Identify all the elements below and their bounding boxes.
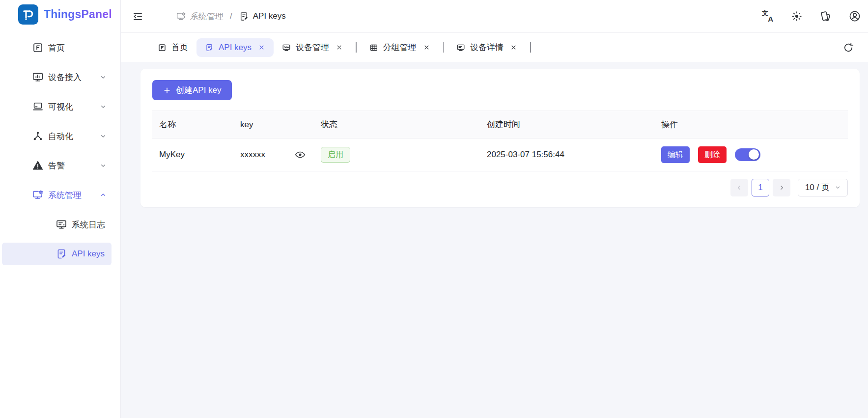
chevron-down-icon bbox=[99, 73, 107, 81]
table-header-row: 名称 key 状态 创建时间 操作 bbox=[152, 111, 848, 139]
sidebar: ThingsPanel 首页 设备接入 bbox=[0, 0, 121, 418]
reveal-key-button[interactable] bbox=[294, 149, 306, 161]
tab-label: 分组管理 bbox=[383, 42, 417, 53]
tab-api-keys[interactable]: API keys bbox=[196, 38, 274, 57]
plus-icon bbox=[163, 86, 171, 95]
column-header-status: 状态 bbox=[314, 111, 480, 139]
page-number-button[interactable]: 1 bbox=[752, 179, 769, 196]
grid-icon bbox=[369, 43, 378, 52]
tab-home[interactable]: 首页 bbox=[149, 38, 196, 57]
sidebar-item-alarm[interactable]: 告警 bbox=[2, 154, 112, 177]
sidebar-item-label: 设备接入 bbox=[48, 72, 82, 83]
chevron-down-icon bbox=[99, 162, 107, 169]
refresh-icon bbox=[842, 42, 854, 54]
create-api-key-button[interactable]: 创建API key bbox=[152, 80, 232, 100]
tab-label: API keys bbox=[219, 43, 252, 53]
language-button[interactable]: 文A bbox=[761, 10, 774, 23]
column-header-created-at: 创建时间 bbox=[480, 111, 654, 139]
collapse-sidebar-button[interactable] bbox=[127, 5, 148, 27]
api-keys-icon bbox=[56, 248, 67, 260]
api-keys-icon bbox=[239, 11, 249, 22]
sun-icon bbox=[791, 10, 803, 22]
page-size-select[interactable]: 10 / 页 bbox=[798, 179, 848, 196]
page-size-value: 10 / 页 bbox=[805, 182, 830, 193]
system-management-icon bbox=[176, 11, 186, 22]
cell-key: xxxxxx bbox=[233, 139, 314, 171]
topbar-actions: 文A bbox=[761, 10, 861, 23]
tab-divider bbox=[530, 42, 531, 53]
avatar-icon bbox=[848, 10, 861, 23]
previous-page-button[interactable] bbox=[730, 179, 748, 196]
tab-group-management[interactable]: 分组管理 bbox=[361, 38, 439, 57]
translate-icon: 文A bbox=[762, 10, 774, 22]
breadcrumb-item-system-management[interactable]: 系统管理 bbox=[176, 11, 224, 22]
menu-fold-icon bbox=[132, 11, 143, 22]
tabbar: 首页 API keys 设备管理 bbox=[121, 33, 868, 62]
content-area: 创建API key 名称 key 状态 创建时间 操作 bbox=[121, 62, 868, 418]
device-wave-icon bbox=[282, 43, 291, 52]
pagination: 1 10 / 页 bbox=[152, 179, 848, 196]
sidebar-item-label: 首页 bbox=[48, 42, 65, 54]
delete-button[interactable]: 删除 bbox=[698, 146, 727, 163]
theme-mode-button[interactable] bbox=[790, 10, 803, 23]
sidebar-item-label: 系统日志 bbox=[72, 219, 105, 230]
close-icon[interactable] bbox=[258, 44, 265, 51]
sidebar-item-api-keys[interactable]: API keys bbox=[2, 243, 112, 265]
close-icon[interactable] bbox=[423, 44, 430, 51]
column-header-name: 名称 bbox=[152, 111, 233, 139]
create-api-key-label: 创建API key bbox=[176, 84, 222, 96]
sidebar-item-label: 告警 bbox=[48, 160, 65, 171]
edit-button[interactable]: 编辑 bbox=[661, 146, 690, 163]
cell-name: MyKey bbox=[152, 139, 233, 171]
column-header-key: key bbox=[233, 111, 314, 139]
system-log-icon bbox=[56, 219, 67, 230]
status-badge: 启用 bbox=[321, 147, 350, 163]
chevron-down-icon bbox=[99, 103, 107, 111]
chevron-right-icon bbox=[778, 184, 785, 192]
user-menu-button[interactable] bbox=[848, 10, 861, 23]
close-icon[interactable] bbox=[510, 44, 517, 51]
sidebar-item-visualization[interactable]: 可视化 bbox=[2, 95, 112, 118]
tab-label: 首页 bbox=[171, 42, 188, 53]
palette-icon bbox=[820, 10, 832, 22]
table-row: MyKey xxxxxx bbox=[152, 139, 848, 171]
logo[interactable]: ThingsPanel bbox=[0, 0, 120, 28]
topbar: 系统管理 / API keys 文A bbox=[121, 0, 868, 33]
monitor-icon bbox=[456, 43, 465, 52]
breadcrumb-label: API keys bbox=[253, 11, 286, 21]
next-page-button[interactable] bbox=[773, 179, 790, 196]
cell-status: 启用 bbox=[314, 139, 480, 171]
sidebar-item-automation[interactable]: 自动化 bbox=[2, 125, 112, 147]
sidebar-item-home[interactable]: 首页 bbox=[2, 36, 112, 59]
enable-toggle[interactable] bbox=[735, 148, 760, 161]
tab-device-management[interactable]: 设备管理 bbox=[274, 38, 351, 57]
tab-label: 设备详情 bbox=[470, 42, 504, 53]
tab-divider bbox=[356, 42, 357, 53]
automation-icon bbox=[32, 130, 44, 142]
app-root: ThingsPanel 首页 设备接入 bbox=[0, 0, 868, 418]
sidebar-item-device-access[interactable]: 设备接入 bbox=[2, 66, 112, 88]
api-keys-card: 创建API key 名称 key 状态 创建时间 操作 bbox=[140, 69, 860, 207]
cell-created-at: 2025-03-07 15:56:44 bbox=[480, 139, 654, 171]
toggle-knob bbox=[749, 149, 759, 160]
logo-text: ThingsPanel bbox=[44, 8, 112, 21]
theme-color-button[interactable] bbox=[819, 10, 832, 23]
close-icon[interactable] bbox=[336, 44, 343, 51]
system-management-submenu: 系统日志 API keys bbox=[0, 213, 120, 265]
tab-device-detail[interactable]: 设备详情 bbox=[448, 38, 526, 57]
cell-actions: 编辑 删除 bbox=[654, 139, 848, 171]
breadcrumb: 系统管理 / API keys bbox=[176, 11, 286, 22]
eye-icon bbox=[294, 149, 306, 161]
breadcrumb-separator: / bbox=[230, 11, 232, 21]
visualization-icon bbox=[32, 101, 44, 112]
chevron-down-icon bbox=[99, 132, 107, 140]
tab-divider bbox=[443, 42, 444, 53]
chevron-left-icon bbox=[735, 184, 743, 192]
right-pane: 系统管理 / API keys 文A bbox=[121, 0, 868, 418]
sidebar-item-system-log[interactable]: 系统日志 bbox=[2, 213, 112, 236]
sidebar-item-system-management[interactable]: 系统管理 bbox=[2, 184, 112, 206]
chevron-up-icon bbox=[99, 191, 107, 199]
device-access-icon bbox=[32, 71, 44, 83]
refresh-button[interactable] bbox=[840, 40, 856, 56]
breadcrumb-item-api-keys[interactable]: API keys bbox=[239, 11, 286, 22]
